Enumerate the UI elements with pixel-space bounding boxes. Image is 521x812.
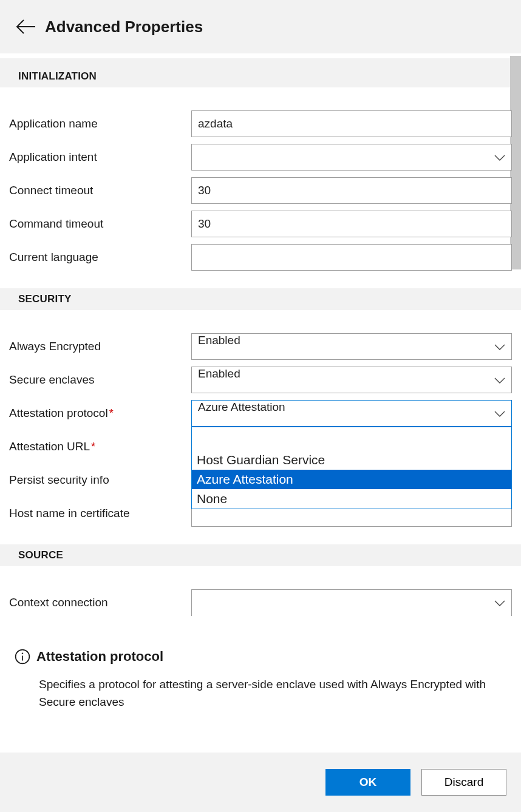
dropdown-option-none[interactable]: None xyxy=(192,489,511,509)
info-panel: Attestation protocol Specifies a protoco… xyxy=(0,629,521,753)
svg-point-2 xyxy=(22,652,23,654)
label-application-name: Application name xyxy=(9,117,191,130)
label-application-intent: Application intent xyxy=(9,151,191,164)
section-header-security: SECURITY xyxy=(0,288,521,310)
label-persist-security-info: Persist security info xyxy=(9,473,191,487)
chevron-down-icon xyxy=(494,373,505,387)
label-always-encrypted: Always Encrypted xyxy=(9,340,191,353)
chevron-down-icon xyxy=(494,151,505,164)
label-connect-timeout: Connect timeout xyxy=(9,184,191,197)
context-connection-select[interactable] xyxy=(191,589,512,616)
dropdown-option-hgs[interactable]: Host Guardian Service xyxy=(192,450,511,470)
command-timeout-input[interactable] xyxy=(191,211,512,237)
label-command-timeout: Command timeout xyxy=(9,217,191,231)
titlebar: Advanced Properties xyxy=(0,0,521,53)
scroll-area: INITIALIZATION Application name Applicat… xyxy=(0,53,521,629)
dropdown-option-azure[interactable]: Azure Attestation xyxy=(192,470,511,489)
discard-button[interactable]: Discard xyxy=(421,769,506,796)
section-header-initialization: INITIALIZATION xyxy=(0,66,521,87)
label-current-language: Current language xyxy=(9,251,191,264)
always-encrypted-select[interactable]: Enabled xyxy=(191,333,512,360)
label-attestation-url: Attestation URL* xyxy=(9,440,191,453)
section-header-source: SOURCE xyxy=(0,544,521,566)
application-intent-select[interactable] xyxy=(191,144,512,171)
chevron-down-icon xyxy=(494,596,505,609)
attestation-protocol-select[interactable]: Azure Attestation xyxy=(191,400,512,427)
button-bar: OK Discard xyxy=(0,753,521,812)
ok-button[interactable]: OK xyxy=(325,769,410,796)
label-attestation-protocol: Attestation protocol* xyxy=(9,407,191,420)
section-body-source: Context connection xyxy=(0,566,521,619)
page-title: Advanced Properties xyxy=(45,18,203,36)
back-button[interactable] xyxy=(12,13,39,40)
application-name-input[interactable] xyxy=(191,110,512,137)
label-secure-enclaves: Secure enclaves xyxy=(9,373,191,387)
info-description: Specifies a protocol for attesting a ser… xyxy=(39,675,500,711)
label-context-connection: Context connection xyxy=(9,596,191,609)
secure-enclaves-select[interactable]: Enabled xyxy=(191,367,512,393)
chevron-down-icon xyxy=(494,340,505,353)
attestation-protocol-dropdown: Host Guardian Service Azure Attestation … xyxy=(191,427,512,509)
chevron-down-icon xyxy=(494,407,505,420)
section-body-initialization: Application name Application intent xyxy=(0,87,521,288)
back-arrow-icon xyxy=(15,18,36,35)
label-host-name-in-certificate: Host name in certificate xyxy=(9,507,191,520)
info-title: Attestation protocol xyxy=(36,649,163,665)
section-body-security: Always Encrypted Enabled Secure enclaves… xyxy=(0,310,521,544)
info-icon xyxy=(15,649,30,665)
connect-timeout-input[interactable] xyxy=(191,177,512,204)
current-language-input[interactable] xyxy=(191,244,512,271)
